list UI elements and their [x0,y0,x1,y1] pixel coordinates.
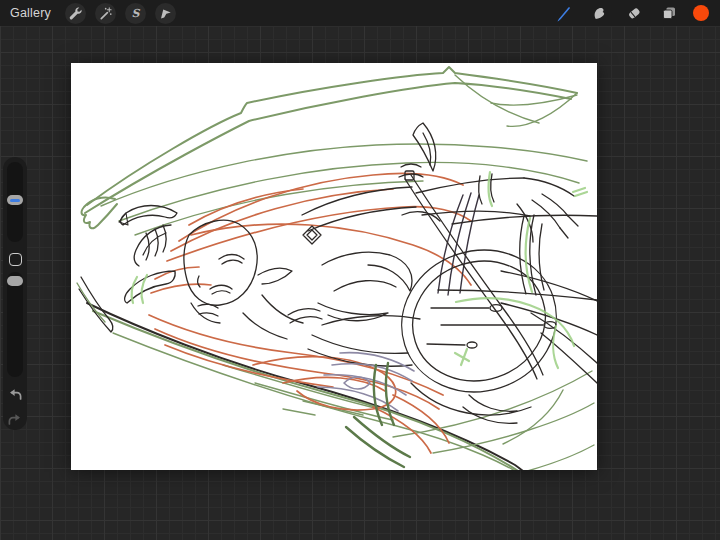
erase-tool-button[interactable] [626,5,642,21]
top-toolbar: Gallery S [0,0,720,26]
modify-button[interactable] [9,253,22,266]
drawing-canvas[interactable] [71,63,597,470]
gallery-button[interactable]: Gallery [0,6,51,20]
transform-arrow-icon [158,6,173,21]
redo-button[interactable] [7,412,23,428]
opacity-handle[interactable] [7,276,23,286]
paint-tool-button[interactable] [555,5,572,22]
wrench-icon [68,6,83,21]
brush-size-handle[interactable] [7,195,23,205]
layers-button[interactable] [661,5,677,21]
brush-size-accent-bar [10,199,20,202]
undo-button[interactable] [7,387,23,403]
side-toolbar [3,157,27,430]
adjustments-button[interactable] [95,3,116,24]
selection-button[interactable]: S [125,3,146,24]
layers-icon [661,5,677,21]
artwork-sketch [71,63,597,470]
actions-button[interactable] [65,3,86,24]
eraser-icon [626,5,642,21]
undo-icon [7,387,23,403]
color-button[interactable] [693,5,709,21]
selection-s-icon: S [132,7,140,18]
wing-top-sketch [82,67,587,235]
opacity-slider[interactable] [7,272,23,377]
redo-icon [7,412,23,428]
magic-wand-icon [98,6,113,21]
transform-button[interactable] [155,3,176,24]
smudge-finger-icon [591,5,607,21]
paintbrush-icon [555,5,572,22]
spear-sketch [383,123,575,415]
wing-bottom-sketch [77,277,594,470]
procreate-workspace: Gallery S [0,0,720,540]
accent-sketch [318,172,587,467]
smudge-tool-button[interactable] [591,5,607,21]
